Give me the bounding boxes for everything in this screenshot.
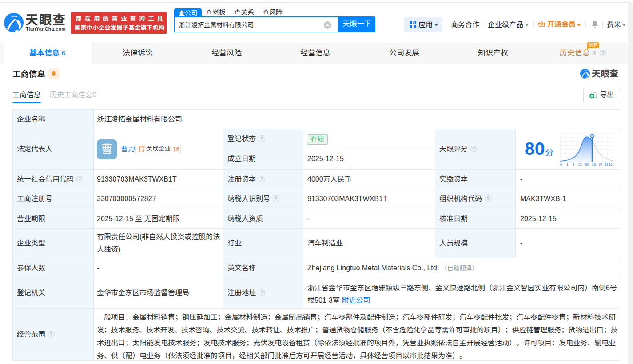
svg-text:97: 97: [599, 162, 602, 166]
svg-text:50: 50: [585, 162, 589, 166]
svg-text:15: 15: [578, 162, 581, 166]
svg-text:3: 3: [573, 162, 574, 166]
svg-text:企: 企: [142, 147, 145, 152]
svg-text:99: 99: [605, 162, 608, 166]
svg-text:100: 100: [609, 162, 613, 166]
svg-text:0: 0: [560, 162, 562, 166]
svg-text:1: 1: [566, 162, 568, 166]
svg-text:85: 85: [592, 162, 596, 166]
